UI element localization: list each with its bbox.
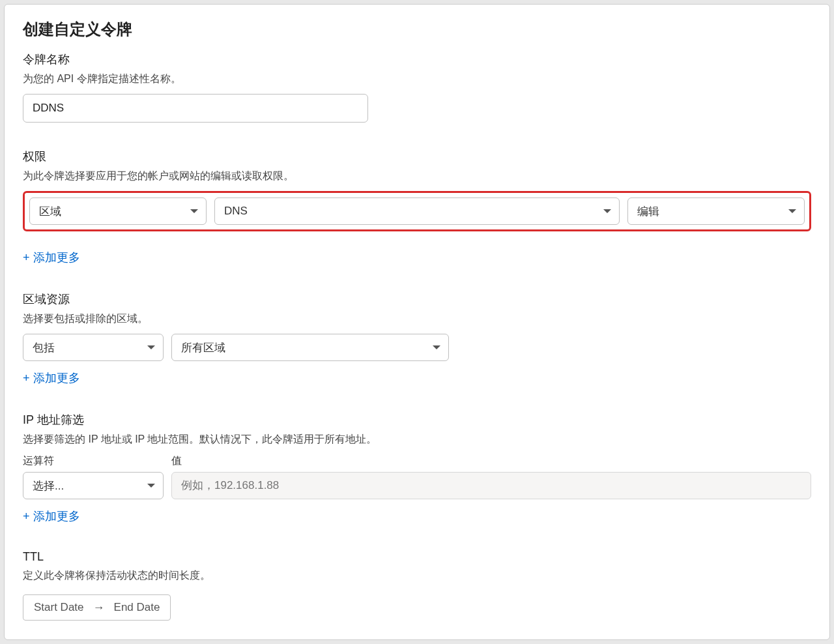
token-name-desc: 为您的 API 令牌指定描述性名称。 (23, 72, 811, 86)
ip-add-more-button[interactable]: + 添加更多 (23, 508, 80, 524)
section-permissions: 权限 为此令牌选择要应用于您的帐户或网站的编辑或读取权限。 区域 DNS 编辑 … (23, 149, 811, 265)
ttl-desc: 定义此令牌将保持活动状态的时间长度。 (23, 569, 811, 583)
permission-resource-value: DNS (224, 205, 248, 218)
zone-target-select[interactable]: 所有区域 (171, 334, 449, 361)
page-title: 创建自定义令牌 (23, 19, 811, 40)
chevron-down-icon (603, 209, 611, 213)
zone-mode-value: 包括 (33, 340, 55, 355)
ip-value-input[interactable] (171, 472, 811, 499)
section-token-name: 令牌名称 为您的 API 令牌指定描述性名称。 (23, 51, 811, 123)
permissions-label: 权限 (23, 149, 811, 164)
permission-resource-select[interactable]: DNS (214, 198, 620, 225)
chevron-down-icon (190, 209, 198, 213)
section-ttl: TTL 定义此令牌将保持活动状态的时间长度。 Start Date → End … (23, 550, 811, 621)
permission-scope-value: 区域 (39, 204, 61, 219)
permission-scope-select[interactable]: 区域 (29, 198, 207, 225)
permissions-row-highlight: 区域 DNS 编辑 (23, 191, 811, 231)
zone-add-more-button[interactable]: + 添加更多 (23, 370, 80, 386)
zone-resources-desc: 选择要包括或排除的区域。 (23, 312, 811, 326)
token-name-label: 令牌名称 (23, 51, 811, 67)
permission-level-select[interactable]: 编辑 (627, 198, 805, 225)
end-date-text: End Date (114, 601, 160, 614)
ip-operator-value: 选择... (33, 478, 64, 493)
operator-column-label: 运算符 (23, 454, 164, 468)
permission-level-value: 编辑 (637, 204, 659, 219)
chevron-down-icon (147, 484, 155, 488)
start-date-text: Start Date (34, 601, 84, 614)
permissions-desc: 为此令牌选择要应用于您的帐户或网站的编辑或读取权限。 (23, 169, 811, 183)
token-name-input[interactable] (23, 94, 368, 123)
zone-resources-label: 区域资源 (23, 291, 811, 307)
section-ip-filter: IP 地址筛选 选择要筛选的 IP 地址或 IP 地址范围。默认情况下，此令牌适… (23, 412, 811, 524)
section-zone-resources: 区域资源 选择要包括或排除的区域。 包括 所有区域 + 添加更多 (23, 291, 811, 386)
zone-mode-select[interactable]: 包括 (23, 334, 164, 361)
ttl-date-range-picker[interactable]: Start Date → End Date (23, 594, 171, 621)
ttl-label: TTL (23, 550, 811, 564)
ip-filter-label: IP 地址筛选 (23, 412, 811, 428)
zone-target-value: 所有区域 (181, 340, 225, 355)
chevron-down-icon (147, 345, 155, 349)
ip-operator-select[interactable]: 选择... (23, 472, 164, 499)
chevron-down-icon (788, 209, 796, 213)
chevron-down-icon (433, 345, 440, 349)
arrow-right-icon: → (93, 601, 105, 615)
permissions-add-more-button[interactable]: + 添加更多 (23, 250, 80, 265)
value-column-label: 值 (171, 454, 182, 468)
ip-filter-desc: 选择要筛选的 IP 地址或 IP 地址范围。默认情况下，此令牌适用于所有地址。 (23, 433, 811, 446)
